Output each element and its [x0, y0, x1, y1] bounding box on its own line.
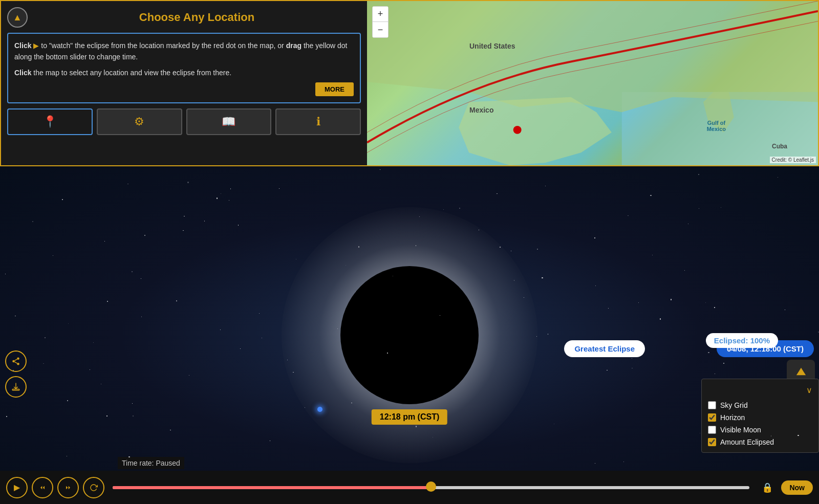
star — [293, 372, 294, 373]
now-button[interactable]: Now — [781, 480, 813, 495]
sky-grid-checkbox[interactable] — [708, 401, 716, 409]
gulf-label: Gulf ofMexico — [707, 120, 726, 132]
star — [798, 435, 799, 436]
star — [346, 265, 346, 266]
map-panel[interactable]: United States Mexico Gulf ofMexico Cuba … — [367, 1, 818, 165]
star — [419, 216, 420, 217]
eclipse-moon — [340, 266, 479, 404]
star — [296, 259, 296, 259]
tab-location[interactable]: 📍 — [7, 108, 93, 135]
bottom-bar: ▶ 🔒 Now — [0, 471, 819, 504]
star — [279, 188, 279, 189]
star — [705, 302, 706, 303]
star — [688, 224, 688, 224]
star — [608, 308, 609, 309]
visible-moon-checkbox[interactable] — [708, 426, 716, 434]
star — [708, 352, 709, 353]
star — [217, 198, 218, 199]
star — [747, 445, 748, 445]
star — [721, 207, 721, 208]
tab-weather[interactable]: ⚙ — [97, 108, 182, 135]
horizon-checkbox[interactable] — [708, 413, 716, 422]
star — [183, 230, 184, 231]
eclipsed-badge: Eclipsed: 100% — [706, 333, 778, 348]
mexico-label: Mexico — [469, 106, 493, 114]
star — [230, 188, 231, 189]
star — [699, 208, 699, 209]
play-icon: ▶ — [14, 483, 20, 492]
time-label: 12:18 pm (CST) — [372, 409, 447, 425]
star — [107, 301, 108, 302]
star — [101, 384, 101, 384]
star — [104, 241, 105, 242]
blue-star — [317, 407, 322, 412]
amount-eclipsed-checkbox[interactable] — [708, 438, 716, 446]
star — [53, 255, 53, 256]
star — [204, 221, 205, 221]
zoom-out-button[interactable]: − — [373, 22, 388, 37]
star — [187, 182, 188, 183]
star — [479, 230, 479, 230]
left-panel: ▲ Choose Any Location Click ▶ to "watch"… — [1, 1, 367, 165]
sky-grid-row: Sky Grid — [708, 399, 812, 411]
star — [189, 375, 189, 376]
star — [6, 416, 7, 417]
tab-book[interactable]: 📖 — [186, 108, 272, 135]
star — [133, 415, 134, 417]
dropdown-panel: ∨ Sky Grid Horizon Visible Moon Amount E… — [701, 379, 819, 453]
collapse-button[interactable]: ▲ — [7, 7, 28, 28]
slider-thumb[interactable] — [426, 481, 436, 492]
svg-point-5 — [17, 358, 19, 360]
click-keyword: Click — [14, 41, 31, 50]
download-button[interactable] — [5, 376, 27, 398]
star — [68, 323, 69, 324]
star — [238, 225, 239, 225]
star — [380, 169, 380, 170]
skip-forward-button[interactable] — [57, 477, 79, 498]
play-button[interactable]: ▶ — [6, 477, 28, 498]
star — [671, 299, 672, 300]
more-button[interactable]: MORE — [315, 82, 354, 96]
star — [548, 334, 549, 335]
star — [355, 292, 356, 292]
info-text-4: the map to select any location and view … — [33, 69, 231, 77]
star — [698, 174, 699, 175]
star — [127, 184, 128, 184]
star — [221, 193, 221, 194]
info-text-2: to "watch" the eclipse from the location… — [41, 41, 284, 50]
star — [595, 286, 596, 286]
info-box: Click ▶ to "watch" the eclipse from the … — [7, 33, 361, 103]
star — [497, 193, 497, 194]
greatest-eclipse-button[interactable]: Greatest Eclipse — [564, 340, 645, 357]
tab-info[interactable]: ℹ — [275, 108, 361, 135]
star — [433, 437, 433, 437]
star — [638, 302, 639, 303]
lock-icon: 🔒 — [762, 482, 773, 493]
star — [132, 403, 133, 404]
star — [778, 177, 778, 178]
play-icon-inline: ▶ — [33, 41, 41, 50]
star — [93, 342, 94, 343]
dropdown-chevron[interactable]: ∨ — [708, 383, 812, 399]
star — [141, 316, 142, 317]
star — [785, 310, 785, 310]
star — [141, 278, 141, 279]
us-label: United States — [469, 42, 515, 50]
star — [45, 337, 46, 338]
star — [270, 441, 270, 441]
header-row: ▲ Choose Any Location — [7, 7, 361, 28]
star — [700, 433, 700, 433]
time-slider[interactable] — [113, 485, 749, 490]
zoom-in-button[interactable]: + — [373, 7, 388, 22]
star — [660, 318, 661, 319]
cuba-label: Cuba — [772, 143, 787, 150]
refresh-button[interactable] — [83, 477, 104, 498]
share-button[interactable] — [5, 350, 27, 372]
star — [595, 463, 595, 464]
star — [500, 247, 501, 248]
star — [13, 370, 14, 371]
star — [262, 338, 262, 338]
left-side-buttons — [5, 350, 27, 398]
skip-back-button[interactable] — [32, 477, 53, 498]
horizon-label: Horizon — [720, 413, 745, 422]
